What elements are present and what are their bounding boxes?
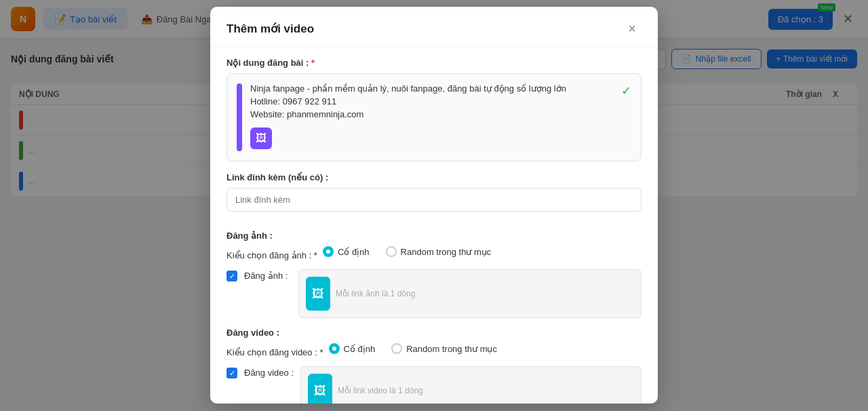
dang-video-upload-area[interactable]: 🖼 Mỗi link video là 1 dòng xyxy=(300,366,642,404)
radio-random-anh-circle xyxy=(386,246,397,257)
dang-anh-checkbox-row: Đăng ảnh : 🖼 Mỗi link ảnh là 1 dòng xyxy=(226,269,642,318)
required-star: * xyxy=(311,58,315,68)
attachment-icon: 🖼 xyxy=(250,128,272,149)
radio-co-dinh-video-label: Cố định xyxy=(344,344,376,354)
kieu-chon-dang-anh-row: Kiểu chọn đăng ảnh : * Cố định Random tr… xyxy=(226,246,642,264)
content-preview-box: Ninja fanpage - phần mềm quản lý, nuôi f… xyxy=(226,73,642,161)
required-star2: * xyxy=(314,250,317,260)
radio-random-video[interactable]: Random trong thư mục xyxy=(391,343,497,354)
image-icon-area: 🖼 xyxy=(250,128,631,149)
radio-random-anh-label: Random trong thư mục xyxy=(401,247,492,257)
dang-video-section-label: Đăng video : xyxy=(226,328,642,338)
upload-video-icon[interactable]: 🖼 xyxy=(308,374,332,404)
upload-video-placeholder: Mỗi link video là 1 dòng xyxy=(338,386,423,395)
preview-line-2: Hotline: 0967 922 911 xyxy=(250,96,631,106)
dang-video-section: Đăng video : Kiểu chọn đăng video : * Cố… xyxy=(226,328,642,404)
dang-anh-checkbox[interactable] xyxy=(226,271,237,281)
dang-anh-radio-group: Cố định Random trong thư mục xyxy=(323,246,491,257)
kieu-chon-video-label: Kiểu chọn đăng video : * xyxy=(226,347,323,357)
required-star3: * xyxy=(319,347,323,357)
content-text-area: Ninja fanpage - phần mềm quản lý, nuôi f… xyxy=(250,83,631,151)
dang-video-checkbox[interactable] xyxy=(226,368,237,378)
radio-random-video-circle xyxy=(391,343,402,354)
modal-overlay: Thêm mới video × Nội dung đăng bài : * N… xyxy=(0,0,868,411)
radio-co-dinh-anh-label: Cố định xyxy=(338,247,370,257)
radio-co-dinh-video[interactable]: Cố định xyxy=(329,343,376,354)
dang-video-radio-group: Cố định Random trong thư mục xyxy=(329,343,497,354)
upload-anh-icon[interactable]: 🖼 xyxy=(306,277,330,311)
modal-header: Thêm mới video × xyxy=(210,7,658,47)
radio-random-anh[interactable]: Random trong thư mục xyxy=(386,246,492,257)
content-color-bar xyxy=(237,83,242,151)
link-dinh-kem-label: Link đính kèm (nếu có) : xyxy=(226,172,642,182)
kieu-chon-label: Kiểu chọn đăng ảnh : * xyxy=(226,250,317,260)
modal-title: Thêm mới video xyxy=(226,22,314,36)
link-dinh-kem-input[interactable] xyxy=(226,188,642,212)
modal-body: Nội dung đăng bài : * Ninja fanpage - ph… xyxy=(210,47,658,404)
radio-co-dinh-anh-circle xyxy=(323,246,334,257)
noi-dung-section: Nội dung đăng bài : * Ninja fanpage - ph… xyxy=(226,58,642,161)
upload-anh-placeholder: Mỗi link ảnh là 1 dòng xyxy=(336,289,415,298)
link-dinh-kem-section: Link đính kèm (nếu có) : xyxy=(226,172,642,221)
preview-line-1: Ninja fanpage - phần mềm quản lý, nuôi f… xyxy=(250,83,631,94)
modal-close-button[interactable]: × xyxy=(623,19,642,38)
radio-random-video-label: Random trong thư mục xyxy=(406,344,497,354)
dang-anh-section-label: Đăng ảnh : xyxy=(226,231,642,241)
dang-anh-upload-area[interactable]: 🖼 Mỗi link ảnh là 1 dòng xyxy=(298,269,642,318)
preview-line-3: Website: phanmemninja.com xyxy=(250,109,631,119)
radio-co-dinh-video-circle xyxy=(329,343,340,354)
dang-anh-checkbox-label: Đăng ảnh : xyxy=(244,269,292,281)
check-icon: ✓ xyxy=(621,83,631,98)
dang-anh-section: Đăng ảnh : Kiểu chọn đăng ảnh : * Cố địn… xyxy=(226,231,642,318)
dang-video-checkbox-label: Đăng video : xyxy=(244,366,294,378)
kieu-chon-dang-video-row: Kiểu chọn đăng video : * Cố định Random … xyxy=(226,343,642,361)
radio-co-dinh-anh[interactable]: Cố định xyxy=(323,246,370,257)
modal-dialog: Thêm mới video × Nội dung đăng bài : * N… xyxy=(210,7,658,404)
dang-video-checkbox-row: Đăng video : 🖼 Mỗi link video là 1 dòng xyxy=(226,366,642,404)
noi-dung-label: Nội dung đăng bài : * xyxy=(226,58,642,68)
